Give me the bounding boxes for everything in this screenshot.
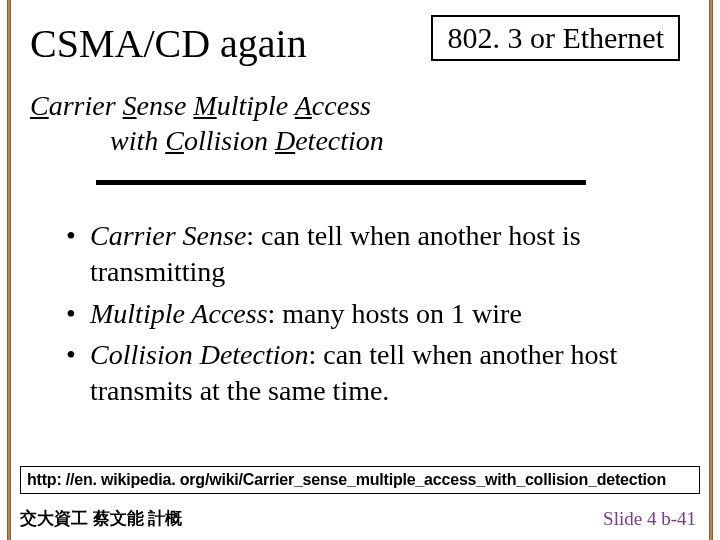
bullet-text: Multiple Access: many hosts on 1 wire bbox=[90, 296, 680, 332]
list-item: • Collision Detection: can tell when ano… bbox=[66, 337, 680, 409]
bullet-dot: • bbox=[66, 337, 90, 409]
bullet-text: Collision Detection: can tell when anoth… bbox=[90, 337, 680, 409]
slide-number: Slide 4 b-41 bbox=[603, 508, 696, 530]
reference-url: http: //en. wikipedia. org/wiki/Carrier_… bbox=[20, 466, 700, 494]
decorative-border-left bbox=[7, 0, 11, 540]
footer-author: 交大資工 蔡文能 計概 bbox=[20, 507, 182, 530]
subtitle: Carrier Sense Multiple Access with Colli… bbox=[30, 88, 384, 158]
slide-title: CSMA/CD again bbox=[30, 20, 307, 67]
decorative-border-right bbox=[709, 0, 713, 540]
slide: CSMA/CD again 802. 3 or Ethernet Carrier… bbox=[0, 0, 720, 540]
bullet-text: Carrier Sense: can tell when another hos… bbox=[90, 218, 680, 290]
subtitle-line-1: Carrier Sense Multiple Access bbox=[30, 88, 384, 123]
bullet-list: • Carrier Sense: can tell when another h… bbox=[66, 218, 680, 415]
bullet-dot: • bbox=[66, 296, 90, 332]
footer: 交大資工 蔡文能 計概 Slide 4 b-41 bbox=[20, 507, 696, 530]
subtitle-line-2: with Collision Detection bbox=[30, 123, 384, 158]
ethernet-box: 802. 3 or Ethernet bbox=[431, 15, 680, 61]
bullet-dot: • bbox=[66, 218, 90, 290]
list-item: • Multiple Access: many hosts on 1 wire bbox=[66, 296, 680, 332]
list-item: • Carrier Sense: can tell when another h… bbox=[66, 218, 680, 290]
horizontal-rule bbox=[96, 180, 586, 185]
